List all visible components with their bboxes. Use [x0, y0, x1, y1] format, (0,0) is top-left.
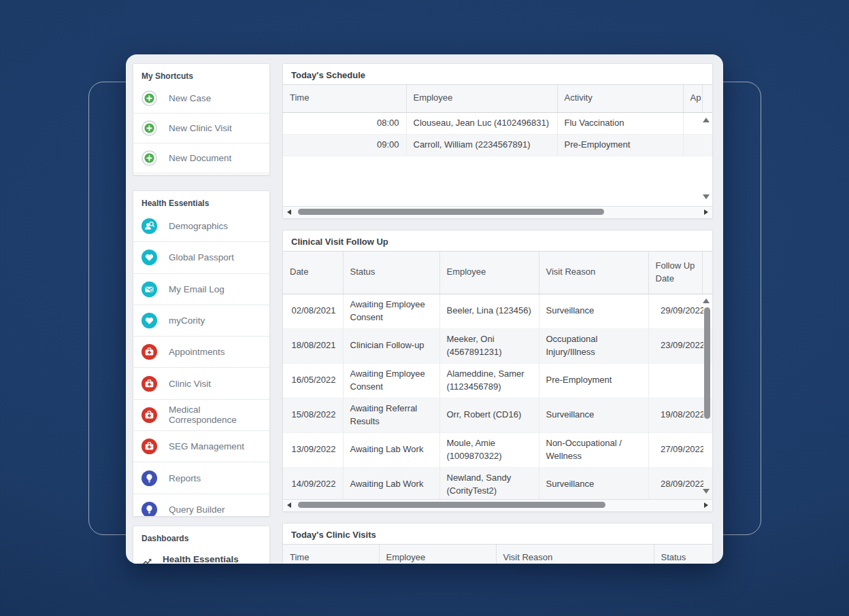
scroll-up-arrow[interactable]: [703, 118, 710, 122]
vertical-scroll-thumb[interactable]: [704, 307, 710, 419]
sidebar-item-mycority[interactable]: myCority: [133, 305, 269, 336]
cell-time: 08:00: [283, 112, 406, 134]
col-header-employee[interactable]: Employee: [379, 545, 496, 564]
col-header-status[interactable]: Status: [654, 545, 712, 564]
sidebar-item-new-document[interactable]: New Document: [133, 143, 269, 173]
scrollbar-gutter: [702, 85, 712, 112]
scroll-right-arrow[interactable]: [704, 502, 708, 508]
horizontal-scrollbar[interactable]: [283, 206, 712, 218]
col-header-visit-reason[interactable]: Visit Reason: [496, 545, 654, 564]
sidebar-item-dashboard-health-essentials[interactable]: Health Essentials: [133, 546, 269, 564]
cell-status: Awaiting Lab Work: [343, 432, 439, 467]
horizontal-scroll-thumb[interactable]: [298, 209, 604, 215]
heart-icon: [142, 313, 157, 328]
table-row[interactable]: 18/08/2021 Clinician Follow-up Meeker, O…: [283, 328, 712, 363]
col-header-time[interactable]: Time: [283, 85, 406, 112]
sidebar-item-global-passport[interactable]: Global Passport: [133, 241, 269, 273]
cell-date: 13/09/2022: [283, 432, 343, 467]
col-header-time[interactable]: Time: [283, 545, 379, 564]
cell-visit-reason: Occupational Injury/Illness: [539, 328, 648, 363]
section-title-health-essentials: Health Essentials: [133, 191, 269, 211]
panel-clinical-visit-follow-up: Clinical Visit Follow Up Date Status Emp…: [282, 230, 713, 512]
sidebar-item-label: SEG Management: [169, 441, 244, 451]
lightbulb-icon: [142, 470, 157, 486]
sidebar-item-label: Global Passport: [169, 252, 234, 262]
schedule-table-area: Time Employee Activity Ap 08:00 Clouseau…: [283, 84, 712, 206]
col-header-ap[interactable]: Ap: [683, 85, 702, 112]
panel-title: Today's Schedule: [283, 64, 712, 84]
sidebar-item-label: myCority: [169, 315, 205, 326]
cell-employee: Clouseau, Jean Luc (4102496831): [406, 112, 557, 134]
sidebar-item-reports[interactable]: Reports: [133, 462, 269, 493]
sidebar-section-health-essentials: Health Essentials Demographics Global Pa…: [133, 190, 270, 517]
sidebar-item-label: Query Builder: [169, 504, 225, 515]
cell-status: Awaiting Referral Results: [343, 398, 439, 432]
clinic-visits-header-row: Time Employee Visit Reason Status: [283, 545, 712, 564]
cell-employee: Moule, Amie (1009870322): [439, 432, 539, 467]
table-row[interactable]: 14/09/2022 Awaiting Lab Work Newland, Sa…: [283, 467, 712, 499]
horizontal-scroll-thumb[interactable]: [298, 502, 605, 508]
cell-activity: Flu Vaccination: [557, 112, 683, 134]
table-row[interactable]: 02/08/2021 Awaiting Employee Consent Bee…: [283, 294, 712, 328]
table-row[interactable]: 13/09/2022 Awaiting Lab Work Moule, Amie…: [283, 432, 712, 467]
cell-visit-reason: Non-Occupational / Wellness: [539, 432, 648, 467]
scroll-up-arrow[interactable]: [703, 298, 710, 303]
scroll-down-arrow[interactable]: [703, 194, 710, 199]
medkit-icon: [142, 407, 157, 423]
table-row[interactable]: 15/08/2022 Awaiting Referral Results Orr…: [283, 398, 712, 432]
sidebar-item-seg-management[interactable]: SEG Management: [133, 430, 269, 462]
sidebar-item-demographics[interactable]: Demographics: [133, 211, 269, 241]
schedule-header-row: Time Employee Activity Ap: [283, 85, 712, 112]
col-header-visit-reason[interactable]: Visit Reason: [539, 252, 648, 294]
col-header-status[interactable]: Status: [343, 252, 439, 294]
sidebar-item-my-email-log[interactable]: My Email Log: [133, 273, 269, 305]
table-row[interactable]: 09:00 Carroll, William (2234567891) Pre-…: [283, 134, 712, 156]
sidebar-item-appointments[interactable]: Appointments: [133, 336, 269, 367]
sidebar-item-new-clinic-visit[interactable]: New Clinic Visit: [133, 113, 269, 143]
cell-employee: Beeler, Lina (123456): [439, 294, 539, 328]
col-header-activity[interactable]: Activity: [557, 85, 683, 112]
sidebar-item-label: Health Essentials: [163, 554, 239, 564]
table-row[interactable]: 16/05/2022 Awaiting Employee Consent Ala…: [283, 363, 712, 398]
plus-circle-icon: [142, 90, 157, 106]
cell-date: 18/08/2021: [283, 328, 343, 363]
cell-follow-up-date: [648, 363, 712, 398]
cell-status: Awaiting Lab Work: [343, 467, 439, 499]
panel-todays-clinic-visits: Today's Clinic Visits Time Employee Visi…: [282, 523, 713, 564]
cell-employee: Orr, Robert (CD16): [439, 398, 539, 432]
sidebar-item-new-case[interactable]: New Case: [133, 84, 269, 113]
clinic-visits-table-area: Time Employee Visit Reason Status: [283, 544, 712, 564]
cell-employee: Carroll, William (2234567891): [406, 134, 557, 156]
scroll-left-arrow[interactable]: [287, 209, 291, 215]
cell-employee: Meeker, Oni (4567891231): [439, 328, 539, 363]
cell-activity: Pre-Employment: [557, 134, 683, 156]
sidebar-item-clinic-visit[interactable]: Clinic Visit: [133, 367, 269, 398]
scroll-down-arrow[interactable]: [703, 489, 710, 494]
sidebar-item-query-builder[interactable]: Query Builder: [133, 494, 269, 517]
col-header-employee[interactable]: Employee: [406, 85, 557, 112]
section-title-my-shortcuts: My Shortcuts: [133, 64, 269, 84]
lightbulb-icon: [142, 502, 157, 517]
cell-visit-reason: Surveillance: [539, 398, 648, 432]
cell-visit-reason: Pre-Employment: [539, 363, 648, 398]
section-footer: [133, 173, 269, 175]
dashboard-window: My Shortcuts New Case New Clinic Visit N…: [126, 54, 723, 564]
plus-circle-icon: [142, 150, 157, 166]
clinic-visits-table: Time Employee Visit Reason Status: [283, 545, 712, 564]
heart-icon: [142, 250, 157, 265]
sidebar-item-label: New Clinic Visit: [169, 123, 232, 133]
col-header-date[interactable]: Date: [283, 252, 343, 294]
trending-up-icon: [142, 555, 153, 564]
col-header-employee[interactable]: Employee: [439, 252, 539, 294]
scroll-right-arrow[interactable]: [704, 209, 708, 215]
plus-circle-icon: [142, 120, 157, 136]
horizontal-scrollbar[interactable]: [283, 499, 712, 511]
medkit-icon: [142, 376, 157, 392]
col-header-follow-up-date[interactable]: Follow Up Date: [648, 252, 702, 294]
scroll-left-arrow[interactable]: [287, 502, 291, 508]
sidebar-item-medical-correspondence[interactable]: Medical Correspondence: [133, 399, 269, 430]
table-row[interactable]: 08:00 Clouseau, Jean Luc (4102496831) Fl…: [283, 112, 712, 134]
sidebar-item-label: New Case: [169, 93, 211, 103]
person-search-icon: [142, 218, 157, 234]
section-title-dashboards: Dashboards: [133, 526, 269, 546]
